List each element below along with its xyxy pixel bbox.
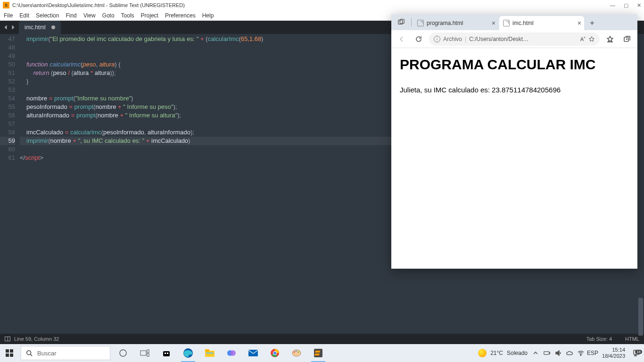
tab-close-icon[interactable]: × bbox=[492, 19, 495, 27]
svg-rect-14 bbox=[167, 353, 168, 354]
tab-label: imc.html bbox=[512, 20, 534, 26]
back-button[interactable] bbox=[395, 33, 408, 46]
favorites-button[interactable] bbox=[603, 33, 617, 46]
wifi-icon[interactable] bbox=[578, 350, 584, 356]
windows-taskbar: Buscar 21°C Soleado ESP 15:14 18/4/2023 … bbox=[0, 344, 644, 362]
svg-point-20 bbox=[230, 350, 236, 356]
store-icon[interactable] bbox=[156, 344, 177, 362]
maximize-button[interactable]: ▢ bbox=[624, 2, 628, 8]
edge-browser-window: programa.html × imc.html × + i Archivo |… bbox=[391, 14, 637, 269]
address-bar[interactable]: i Archivo | C:/Users/anton/Deskt… A» bbox=[429, 33, 600, 46]
editor-tab-label: imc.html bbox=[25, 24, 46, 31]
menu-preferences[interactable]: Preferences bbox=[165, 12, 196, 19]
sun-icon bbox=[478, 349, 487, 357]
panes-icon[interactable] bbox=[5, 337, 10, 341]
menu-selection[interactable]: Selection bbox=[36, 12, 59, 19]
separator bbox=[411, 18, 412, 26]
taskbar-weather[interactable]: 21°C Soleado bbox=[478, 349, 528, 357]
svg-rect-13 bbox=[165, 353, 166, 354]
taskview-icon[interactable] bbox=[134, 344, 156, 362]
menu-file[interactable]: File bbox=[4, 12, 13, 19]
clock-date: 18/4/2023 bbox=[602, 353, 625, 359]
browser-tabstrip: programa.html × imc.html × + bbox=[391, 14, 637, 30]
line-gutter: 474849505152535455565758596061 bbox=[0, 34, 20, 334]
svg-rect-6 bbox=[10, 354, 13, 357]
weather-temp: 21°C bbox=[490, 350, 503, 356]
notifications-button[interactable]: 16 bbox=[629, 349, 644, 357]
status-syntax[interactable]: HTML bbox=[625, 336, 639, 342]
svg-rect-33 bbox=[549, 352, 550, 354]
read-aloud-icon[interactable]: A» bbox=[580, 36, 586, 42]
mail-icon[interactable] bbox=[242, 344, 264, 362]
status-tabsize[interactable]: Tab Size: 4 bbox=[586, 336, 612, 342]
svg-rect-5 bbox=[6, 354, 9, 357]
addr-sep: | bbox=[465, 36, 466, 42]
minimize-button[interactable]: — bbox=[610, 2, 615, 8]
volume-icon[interactable] bbox=[555, 350, 561, 356]
edge-icon[interactable] bbox=[177, 344, 199, 362]
collections-button[interactable] bbox=[620, 33, 634, 46]
svg-point-34 bbox=[580, 355, 581, 356]
svg-rect-31 bbox=[314, 354, 320, 355]
svg-point-25 bbox=[292, 350, 301, 356]
page-result-text: Julieta, su IMC calculado es: 23.8751147… bbox=[400, 86, 629, 94]
svg-point-28 bbox=[298, 352, 299, 353]
sublime-statusbar: Line 59, Column 32 Tab Size: 4 HTML bbox=[0, 334, 644, 344]
scroll-thumb[interactable] bbox=[638, 298, 643, 336]
browser-toolbar: i Archivo | C:/Users/anton/Deskt… A» bbox=[391, 30, 637, 48]
clock-time: 15:14 bbox=[602, 347, 625, 353]
language-indicator[interactable]: ESP bbox=[587, 350, 598, 356]
info-icon[interactable]: i bbox=[434, 36, 440, 42]
svg-point-7 bbox=[27, 351, 31, 355]
copilot-icon[interactable] bbox=[221, 344, 242, 362]
browser-tab-active[interactable]: imc.html × bbox=[499, 16, 584, 30]
taskbar-apps bbox=[112, 344, 329, 362]
new-tab-button[interactable]: + bbox=[585, 16, 599, 30]
menu-help[interactable]: Help bbox=[202, 12, 214, 19]
taskbar-clock[interactable]: 15:14 18/4/2023 bbox=[602, 347, 625, 359]
svg-rect-32 bbox=[544, 352, 549, 354]
menu-view[interactable]: View bbox=[83, 12, 96, 19]
svg-point-8 bbox=[120, 350, 126, 356]
addr-url: C:/Users/anton/Deskt… bbox=[469, 36, 578, 42]
chrome-icon[interactable] bbox=[264, 344, 286, 362]
editor-tab[interactable]: imc.html bbox=[19, 21, 61, 34]
tab-label: programa.html bbox=[427, 20, 463, 26]
svg-rect-12 bbox=[163, 351, 170, 356]
arrow-left-icon[interactable] bbox=[3, 25, 8, 30]
onedrive-icon[interactable] bbox=[566, 350, 573, 356]
svg-point-24 bbox=[273, 352, 276, 354]
menu-find[interactable]: Find bbox=[66, 12, 76, 19]
refresh-button[interactable] bbox=[412, 33, 425, 46]
close-button[interactable]: ✕ bbox=[637, 2, 641, 8]
tab-close-icon[interactable]: × bbox=[578, 19, 581, 27]
tab-actions-button[interactable] bbox=[394, 15, 408, 29]
cortana-icon[interactable] bbox=[112, 344, 134, 362]
explorer-icon[interactable] bbox=[199, 344, 221, 362]
file-icon bbox=[503, 20, 510, 26]
chevron-up-icon[interactable] bbox=[532, 350, 539, 356]
start-button[interactable] bbox=[0, 344, 19, 362]
arrow-right-icon[interactable] bbox=[10, 25, 16, 30]
notification-badge: 16 bbox=[635, 350, 642, 354]
tab-nav-arrows bbox=[0, 25, 19, 30]
editor-scrollbar[interactable] bbox=[637, 34, 644, 334]
svg-rect-21 bbox=[248, 350, 258, 356]
sublime-taskbar-icon[interactable] bbox=[307, 344, 329, 362]
svg-point-26 bbox=[294, 352, 295, 353]
browser-tab[interactable]: programa.html × bbox=[413, 16, 498, 30]
battery-icon[interactable] bbox=[544, 350, 550, 356]
svg-rect-4 bbox=[10, 349, 13, 353]
paint-icon[interactable] bbox=[286, 344, 307, 362]
menu-goto[interactable]: Goto bbox=[102, 12, 115, 19]
sublime-titlebar: S C:\Users\anton\Desktop\Julieta\imc.htm… bbox=[0, 0, 644, 10]
menu-tools[interactable]: Tools bbox=[121, 12, 134, 19]
page-heading: PROGRAMA CALCULAR IMC bbox=[400, 57, 629, 73]
status-line-col: Line 59, Column 32 bbox=[14, 336, 59, 342]
search-icon bbox=[26, 350, 33, 356]
taskbar-search[interactable]: Buscar bbox=[21, 346, 110, 360]
star-icon[interactable] bbox=[588, 36, 595, 42]
menu-project[interactable]: Project bbox=[141, 12, 158, 19]
menu-edit[interactable]: Edit bbox=[19, 12, 29, 19]
tab-dirty-indicator-icon bbox=[51, 25, 55, 29]
